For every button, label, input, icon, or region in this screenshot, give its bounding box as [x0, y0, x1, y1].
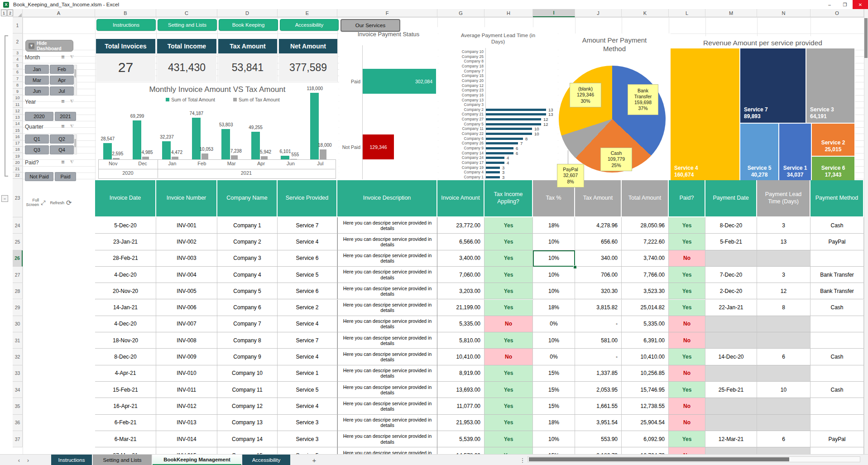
nav-button-setting-and-lists[interactable]: Setting and Lists [158, 19, 217, 31]
cell-tax-income-applying[interactable]: No [484, 316, 533, 332]
cell-tax-amount[interactable]: 3,815.82 [575, 300, 622, 316]
row-header-31[interactable]: 31 [13, 332, 23, 349]
row-header-35[interactable]: 35 [13, 398, 23, 414]
cell-paid[interactable]: Yes [669, 267, 705, 283]
cell-invoice-number[interactable]: INV-007 [156, 316, 217, 332]
cell-total-amount[interactable]: 6,092.90 [622, 431, 669, 447]
cell-paid[interactable]: Yes [669, 234, 705, 250]
cell-invoice-description[interactable]: Here you can descripe service provided i… [337, 217, 437, 234]
cell-invoice-description[interactable]: Here you can descripe service provided i… [337, 431, 437, 447]
cell-total-amount[interactable]: 25,904.54 [622, 415, 669, 431]
vertical-scrollbar[interactable] [864, 9, 868, 454]
cell-payment-method[interactable]: Cash [810, 300, 864, 316]
cell-payment-date[interactable] [705, 250, 757, 267]
new-sheet-button[interactable]: + [310, 455, 319, 465]
cell-tax-pct[interactable]: 0% [533, 316, 575, 332]
cell-payment-lead-time[interactable]: 12 [757, 283, 810, 299]
cell-invoice-date[interactable]: 28-Feb-21 [95, 250, 156, 267]
cell-tax-amount[interactable]: 706.00 [575, 267, 622, 283]
column-header-C[interactable]: C [156, 9, 217, 17]
cell-invoice-date[interactable]: 16-Apr-21 [95, 398, 156, 414]
tab-overflow-kebab[interactable]: ⋮ [519, 455, 526, 465]
cell-paid[interactable]: No [669, 365, 705, 382]
cell-tax-pct[interactable]: 15% [533, 398, 575, 414]
row-header-3[interactable]: 3 [13, 50, 23, 56]
cell-invoice-amount[interactable]: 23,772.00 [437, 217, 484, 234]
cell-invoice-date[interactable]: 4-Dec-20 [95, 316, 156, 332]
cell-invoice-amount[interactable]: 8,919.00 [437, 365, 484, 382]
cell-tax-amount[interactable]: 2,053.95 [575, 382, 622, 398]
horizontal-scrollbar-thumb[interactable] [529, 457, 789, 461]
cell-company-name[interactable]: Company 14 [217, 431, 278, 447]
cell-total-amount[interactable]: 7,766.00 [622, 267, 669, 283]
cell-payment-method[interactable] [810, 316, 864, 332]
cell-payment-method[interactable] [810, 365, 864, 382]
cell-invoice-number[interactable]: INV-004 [156, 267, 217, 283]
row-header-8[interactable]: 8 [13, 82, 23, 88]
clear-filter-icon[interactable]: ⧨ [69, 54, 75, 60]
cell-tax-income-applying[interactable]: Yes [484, 234, 533, 250]
cell-service-provided[interactable]: Service 1 [278, 365, 337, 382]
cell-invoice-date[interactable]: 4-Apr-21 [95, 365, 156, 382]
cell-invoice-amount[interactable]: 5,810.00 [437, 332, 484, 349]
cell-payment-date[interactable]: 12-Mar-21 [705, 431, 757, 447]
cell-tax-amount[interactable]: - [575, 316, 622, 332]
cell-payment-lead-time[interactable] [757, 365, 810, 382]
slicer-button-apr[interactable]: Apr [50, 76, 74, 85]
row-header-13[interactable]: 13 [13, 115, 23, 121]
cell-invoice-number[interactable]: INV-013 [156, 415, 217, 431]
clear-filter-icon[interactable]: ⧨ [69, 99, 75, 105]
cell-payment-lead-time[interactable] [757, 398, 810, 414]
row-header-30[interactable]: 30 [13, 316, 23, 332]
cell-total-amount[interactable]: 28,050.96 [622, 217, 669, 234]
cell-company-name[interactable]: Company 6 [217, 300, 278, 316]
cell-payment-method[interactable] [810, 415, 864, 431]
cell-invoice-amount[interactable]: 5,335.00 [437, 316, 484, 332]
cell-service-provided[interactable]: Service 5 [278, 382, 337, 398]
cell-invoice-number[interactable]: INV-014 [156, 431, 217, 447]
cell-service-provided[interactable]: Service 2 [278, 300, 337, 316]
slicer-button-feb[interactable]: Feb [50, 65, 74, 74]
row-header-1[interactable]: 1 [13, 17, 23, 34]
cell-company-name[interactable]: Company 8 [217, 332, 278, 349]
row-header-5[interactable]: 5 [13, 63, 23, 69]
cell-invoice-date[interactable]: 23-Jan-21 [95, 234, 156, 250]
vertical-scrollbar-thumb[interactable] [864, 18, 868, 58]
column-header-D[interactable]: D [217, 9, 278, 17]
cell-invoice-description[interactable]: Here you can descripe service provided i… [337, 300, 437, 316]
outline-collapse-button[interactable]: − [1, 195, 8, 202]
cell-tax-income-applying[interactable]: Yes [484, 267, 533, 283]
row-header-36[interactable]: 36 [13, 415, 23, 431]
cell-payment-lead-time[interactable] [757, 415, 810, 431]
cell-invoice-date[interactable]: 5-Dec-20 [95, 217, 156, 234]
cell-payment-lead-time[interactable]: 3 [757, 267, 810, 283]
cell-invoice-amount[interactable]: 11,077.00 [437, 398, 484, 414]
cell-paid[interactable]: Yes [669, 283, 705, 299]
cell-payment-method[interactable]: Cash [810, 382, 864, 398]
cell-tax-income-applying[interactable]: Yes [484, 332, 533, 349]
slicer-button-q1[interactable]: Q1 [25, 134, 49, 144]
column-header-M[interactable]: M [705, 9, 757, 17]
cell-invoice-date[interactable]: 14-Jan-21 [95, 300, 156, 316]
column-header-I[interactable]: I [533, 9, 575, 17]
cell-paid[interactable]: No [669, 250, 705, 267]
cell-invoice-description[interactable]: Here you can descripe service provided i… [337, 234, 437, 250]
sheet-tab-setting-and-lists[interactable]: Setting and Lists [93, 455, 152, 465]
cell-company-name[interactable]: Company 9 [217, 349, 278, 365]
cell-paid[interactable]: No [669, 332, 705, 349]
cell-tax-amount[interactable]: 340.00 [575, 250, 622, 267]
cell-invoice-number[interactable]: INV-011 [156, 382, 217, 398]
cell-service-provided[interactable]: Service 7 [278, 332, 337, 349]
cell-payment-method[interactable]: Bank Transfer [810, 267, 864, 283]
cell-tax-pct[interactable]: 15% [533, 365, 575, 382]
cell-company-name[interactable]: Company 5 [217, 283, 278, 299]
cell-payment-method[interactable]: Cash [810, 217, 864, 234]
slicer-scrollbar-thumb[interactable] [74, 69, 76, 77]
cell-tax-pct[interactable]: 10% [533, 332, 575, 349]
cell-invoice-number[interactable]: INV-010 [156, 365, 217, 382]
row-header-9[interactable]: 9 [13, 89, 23, 95]
row-header-33[interactable]: 33 [13, 365, 23, 382]
cell-invoice-description[interactable]: Here you can descripe service provided i… [337, 283, 437, 299]
cell-service-provided[interactable]: Service 7 [278, 217, 337, 234]
cell-tax-income-applying[interactable]: Yes [484, 283, 533, 299]
